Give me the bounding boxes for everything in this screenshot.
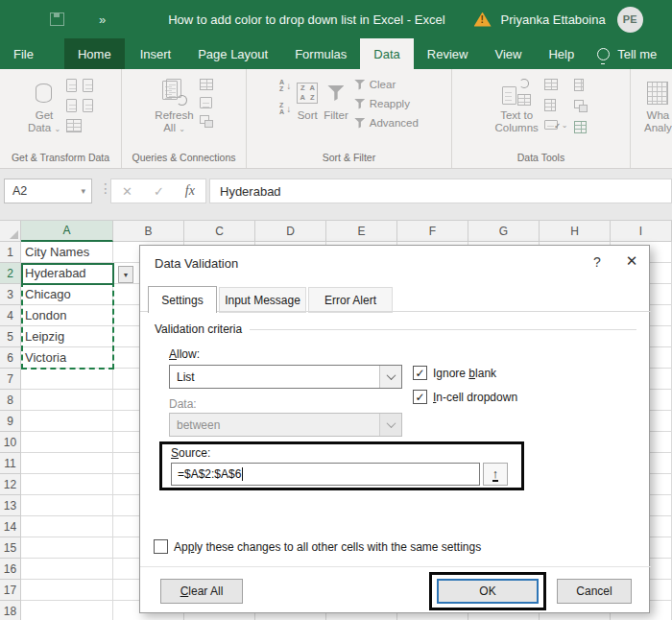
incell-dropdown-checkbox[interactable]: ✓ <box>413 390 427 404</box>
row-header-15[interactable]: 15 <box>0 537 21 559</box>
in-cell-dropdown-button[interactable]: ▼ <box>118 266 133 283</box>
row-header-17[interactable]: 17 <box>0 580 21 601</box>
column-header-E[interactable]: E <box>326 221 397 242</box>
enter-formula-icon[interactable]: ✓ <box>154 184 164 199</box>
reapply-button[interactable]: Reapply <box>354 98 419 109</box>
from-table-icon[interactable] <box>66 119 82 132</box>
from-text-icon[interactable] <box>66 79 77 92</box>
column-header-H[interactable]: H <box>540 221 611 242</box>
flash-fill-icon[interactable] <box>544 79 558 90</box>
recent-sources-icon[interactable] <box>83 79 93 92</box>
consolidate-icon[interactable] <box>574 79 584 91</box>
column-header-G[interactable]: G <box>468 221 540 242</box>
cell-A4[interactable]: London <box>21 305 113 326</box>
tab-page-layout[interactable]: Page Layout <box>184 38 281 69</box>
cell-A7[interactable] <box>21 369 113 390</box>
formula-input[interactable]: Hyderabad <box>209 179 672 203</box>
account-user-name[interactable]: Priyanka Ettaboina <box>501 12 606 27</box>
row-header-10[interactable]: 10 <box>0 432 21 453</box>
apply-checkbox[interactable] <box>154 539 168 554</box>
name-box[interactable]: A2 ▾ <box>4 179 92 203</box>
tab-settings[interactable]: Settings <box>148 286 217 313</box>
clear-filter-button[interactable]: Clear <box>354 79 419 90</box>
row-header-6[interactable]: 6 <box>0 347 21 369</box>
sort-descending-icon[interactable]: ZA↓ <box>279 102 291 115</box>
column-header-B[interactable]: B <box>113 221 184 242</box>
text-to-columns-button[interactable]: Text to Columns <box>494 77 538 134</box>
apply-checkbox-row[interactable]: Apply these changes to all other cells w… <box>154 539 481 554</box>
tab-insert[interactable]: Insert <box>127 38 185 69</box>
tab-home[interactable]: Home <box>64 38 125 69</box>
tab-view[interactable]: View <box>481 38 535 69</box>
cell-A11[interactable] <box>21 453 113 474</box>
refresh-all-button[interactable]: Refresh All ⌄ <box>155 77 193 135</box>
select-all-corner[interactable] <box>0 221 21 242</box>
ignore-blank-checkbox[interactable]: ✓ <box>413 366 427 380</box>
manage-data-model-icon[interactable] <box>574 121 587 133</box>
avatar[interactable]: PE <box>617 7 643 33</box>
cell-A14[interactable] <box>21 516 113 537</box>
relationships-icon[interactable] <box>574 100 588 112</box>
what-if-analysis-button[interactable]: Wha Analy <box>644 77 672 134</box>
row-header-16[interactable]: 16 <box>0 559 21 580</box>
cell-A18[interactable] <box>21 601 113 620</box>
allow-dropdown-button[interactable] <box>379 366 401 388</box>
column-header-A[interactable]: A <box>21 221 113 242</box>
sort-ascending-icon[interactable]: AZ↓ <box>279 79 291 92</box>
range-picker-button[interactable]: ↑ <box>483 463 508 486</box>
clear-all-button[interactable]: Clear All <box>160 579 243 604</box>
remove-duplicates-icon[interactable] <box>544 99 556 111</box>
from-web-icon[interactable] <box>66 99 77 112</box>
cancel-formula-icon[interactable]: ✕ <box>122 184 132 199</box>
column-header-I[interactable]: I <box>611 221 672 242</box>
tab-tell-me[interactable]: Tell me <box>612 38 670 69</box>
name-box-caret-icon[interactable]: ▾ <box>81 186 85 196</box>
tab-help[interactable]: Help <box>535 38 588 69</box>
row-header-13[interactable]: 13 <box>0 495 21 516</box>
allow-combobox[interactable]: List <box>169 365 402 389</box>
save-icon[interactable] <box>50 12 64 26</box>
cancel-button[interactable]: Cancel <box>557 579 632 604</box>
tab-error-alert[interactable]: Error Alert <box>308 287 393 313</box>
filter-button[interactable]: Filter <box>324 77 348 122</box>
cell-A12[interactable] <box>21 474 113 495</box>
properties-icon[interactable] <box>200 97 212 108</box>
cell-A2[interactable]: Hyderabad <box>21 263 113 284</box>
cell-A3[interactable]: Chicago <box>21 284 113 305</box>
incell-dropdown-checkbox-row[interactable]: ✓ In-cell dropdown <box>413 390 517 404</box>
column-header-D[interactable]: D <box>255 221 326 242</box>
advanced-filter-button[interactable]: Advanced <box>354 117 419 129</box>
tab-data[interactable]: Data <box>360 38 413 69</box>
insert-function-icon[interactable]: fx <box>185 183 195 199</box>
cell-A17[interactable] <box>21 580 113 601</box>
row-header-5[interactable]: 5 <box>0 326 21 347</box>
column-header-C[interactable]: C <box>184 221 255 242</box>
cell-A16[interactable] <box>21 559 113 580</box>
cell-A1[interactable]: City Names <box>21 242 113 263</box>
cell-A8[interactable] <box>21 390 113 411</box>
row-header-2[interactable]: 2 <box>0 263 21 284</box>
get-data-button[interactable]: Get Data ⌄ <box>28 77 60 135</box>
ignore-blank-checkbox-row[interactable]: ✓ Ignore blank <box>413 366 496 380</box>
row-header-7[interactable]: 7 <box>0 369 21 390</box>
row-header-1[interactable]: 1 <box>0 242 21 263</box>
quick-access-chevrons-icon[interactable]: » <box>99 12 105 27</box>
cell-A10[interactable] <box>21 432 113 453</box>
row-header-4[interactable]: 4 <box>0 305 21 326</box>
data-validation-button[interactable]: ✓ ⌄ <box>544 120 568 130</box>
tab-input-message[interactable]: Input Message <box>219 287 306 313</box>
source-input[interactable]: =$A$2:$A$6 <box>171 463 480 486</box>
cell-A13[interactable] <box>21 495 113 516</box>
cell-A15[interactable] <box>21 537 113 559</box>
tab-file[interactable]: File <box>0 38 47 69</box>
row-header-3[interactable]: 3 <box>0 284 21 305</box>
cell-A6[interactable]: Victoria <box>21 347 113 369</box>
existing-connections-icon[interactable] <box>83 99 93 112</box>
tab-formulas[interactable]: Formulas <box>281 38 360 69</box>
dialog-help-button[interactable]: ? <box>588 254 607 270</box>
cell-A9[interactable] <box>21 411 113 432</box>
row-header-9[interactable]: 9 <box>0 411 21 432</box>
row-header-12[interactable]: 12 <box>0 474 21 495</box>
cell-A5[interactable]: Leipzig <box>21 326 113 347</box>
edit-links-icon[interactable] <box>200 115 213 128</box>
